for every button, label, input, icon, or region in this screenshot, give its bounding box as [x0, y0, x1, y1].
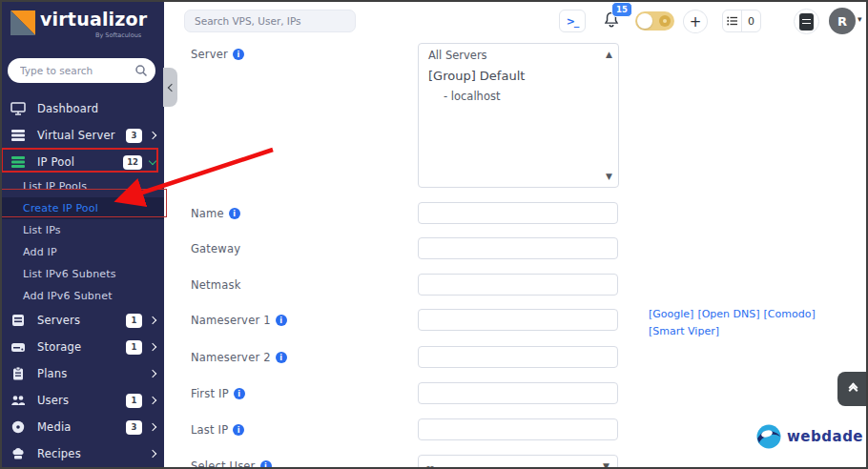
- sidebar-subitem-list-ipv6-subnets[interactable]: List IPv6 Subnets: [0, 263, 164, 285]
- terminal-glyph: >_: [567, 15, 579, 28]
- sidebar-subitem-add-ipv6-subnet[interactable]: Add IPv6 Subnet: [0, 285, 164, 307]
- chevron-right-icon: [149, 316, 156, 324]
- virtualizor-admin-screen: virtualizor By Softaculous Dashboard Vir…: [0, 0, 868, 469]
- label-text: Nameserver 2: [191, 351, 271, 364]
- sidebar-item-label: Storage: [37, 340, 81, 354]
- first-ip-field[interactable]: [418, 382, 618, 404]
- sidebar-item-label: Users: [37, 394, 69, 407]
- avatar[interactable]: R: [829, 8, 856, 34]
- form-row-gateway: Gateway: [164, 237, 868, 260]
- dns-link-opendns[interactable]: [Open DNS]: [697, 308, 759, 320]
- sidebar: virtualizor By Softaculous Dashboard Vir…: [0, 0, 164, 469]
- sidebar-item-ip-pool[interactable]: IP Pool 12: [0, 149, 164, 175]
- form-row-netmask: Netmask: [164, 274, 868, 296]
- webdade-logo-icon: [755, 423, 782, 450]
- server-option[interactable]: All Servers: [419, 44, 618, 64]
- name-field[interactable]: [418, 202, 618, 224]
- subitem-label: List IPv6 Subnets: [23, 268, 116, 280]
- search-icon: [134, 64, 148, 77]
- add-button[interactable]: +: [683, 10, 708, 33]
- sidebar-item-recipes[interactable]: Recipes: [0, 440, 164, 467]
- users-icon: [10, 393, 26, 408]
- sidebar-item-label: Plans: [37, 367, 67, 380]
- logo-subtext: By Softaculous: [95, 31, 141, 39]
- toggle-knob: [637, 13, 652, 29]
- count-badge: 1: [126, 394, 142, 408]
- server-option[interactable]: - localhost: [419, 85, 618, 105]
- sidebar-item-users[interactable]: Users 1: [0, 387, 164, 414]
- sidebar-subitem-list-ip-pools[interactable]: List IP Pools: [0, 175, 164, 197]
- app-logo[interactable]: virtualizor By Softaculous: [0, 0, 164, 50]
- server-icon: [10, 313, 26, 328]
- sidebar-item-label: Recipes: [37, 447, 81, 460]
- webdade-watermark: webdade: [755, 423, 863, 450]
- monitor-icon: [10, 101, 26, 116]
- server-option-group[interactable]: [Group] Default: [419, 64, 618, 85]
- info-icon[interactable]: [276, 352, 287, 363]
- dns-link-comodo[interactable]: [Comodo]: [764, 308, 816, 320]
- server-listbox[interactable]: All Servers [Group] Default - localhost: [418, 43, 619, 188]
- info-icon[interactable]: [233, 49, 244, 60]
- sidebar-item-storage[interactable]: Storage 1: [0, 334, 164, 360]
- info-icon[interactable]: [234, 388, 245, 399]
- scroll-to-top-button[interactable]: [837, 372, 868, 406]
- label-text: Name: [191, 207, 224, 220]
- sidebar-collapse-handle[interactable]: [163, 68, 177, 107]
- docs-button[interactable]: [794, 9, 819, 34]
- sidebar-search-input[interactable]: [8, 58, 155, 83]
- nameserver1-field[interactable]: [418, 309, 618, 331]
- sidebar-subitem-create-ip-pool[interactable]: Create IP Pool: [0, 197, 164, 219]
- chevron-right-icon: [149, 450, 156, 458]
- theme-toggle[interactable]: [635, 11, 674, 31]
- sidebar-item-label: IP Pool: [37, 155, 74, 169]
- sidebar-item-plans[interactable]: Plans: [0, 360, 164, 387]
- sidebar-subitem-list-ips[interactable]: List IPs: [0, 219, 164, 241]
- label-text: Select User: [191, 459, 256, 469]
- dns-preset-links: [Google][Open DNS][Comodo][Smart Viper]: [649, 306, 832, 340]
- sidebar-item-servers[interactable]: Servers 1: [0, 307, 164, 334]
- sidebar-item-virtual-server[interactable]: Virtual Server 3: [0, 122, 164, 149]
- create-ip-pool-form: Server All Servers [Group] Default - loc…: [164, 42, 868, 469]
- scroll-down-icon[interactable]: [606, 172, 612, 181]
- select-user-dropdown[interactable]: --: [418, 455, 618, 469]
- sidebar-item-label: Servers: [37, 314, 80, 327]
- dns-link-smartviper[interactable]: [Smart Viper]: [649, 325, 719, 337]
- info-icon[interactable]: [229, 208, 240, 219]
- tasks-button[interactable]: 0: [722, 10, 761, 32]
- dns-link-google[interactable]: [Google]: [649, 308, 693, 320]
- sidebar-subitem-add-ip[interactable]: Add IP: [0, 241, 164, 263]
- notification-count-badge[interactable]: 15: [611, 2, 632, 17]
- label-text: Gateway: [191, 242, 240, 255]
- sun-icon: [659, 15, 671, 27]
- ip-pool-icon: [10, 154, 26, 170]
- count-badge: 1: [126, 314, 142, 328]
- logo-text: virtualizor: [40, 9, 147, 30]
- server-field-label: Server: [191, 48, 244, 61]
- label-text: Nameserver 1: [191, 314, 271, 327]
- avatar-initial: R: [837, 14, 847, 29]
- chevron-left-icon: [167, 83, 175, 91]
- info-icon[interactable]: [233, 424, 244, 436]
- sidebar-item-dashboard[interactable]: Dashboard: [0, 95, 164, 122]
- count-badge: 12: [123, 155, 142, 170]
- webdade-text: webdade: [787, 428, 863, 445]
- nameserver2-field[interactable]: [418, 346, 618, 368]
- last-ip-field[interactable]: [418, 418, 618, 440]
- netmask-field[interactable]: [418, 274, 618, 296]
- sidebar-item-media[interactable]: Media 3: [0, 414, 164, 440]
- subitem-label: Add IP: [23, 246, 57, 258]
- terminal-button[interactable]: >_: [559, 10, 586, 32]
- disc-icon: [10, 419, 26, 435]
- sidebar-menu: Dashboard Virtual Server 3 IP Pool 12 Li…: [0, 95, 164, 467]
- avatar-caret-icon[interactable]: ▾: [858, 14, 862, 24]
- info-icon[interactable]: [276, 315, 287, 326]
- sidebar-item-label: Dashboard: [37, 102, 98, 115]
- info-icon[interactable]: [260, 460, 272, 469]
- global-search-input[interactable]: [184, 10, 356, 32]
- count-badge: 3: [126, 420, 142, 435]
- scroll-up-icon[interactable]: [606, 50, 612, 59]
- subitem-label: Create IP Pool: [23, 202, 98, 214]
- gateway-field[interactable]: [418, 237, 618, 259]
- storage-drive-icon: [10, 339, 26, 355]
- virtualizor-logo-icon: [10, 10, 35, 35]
